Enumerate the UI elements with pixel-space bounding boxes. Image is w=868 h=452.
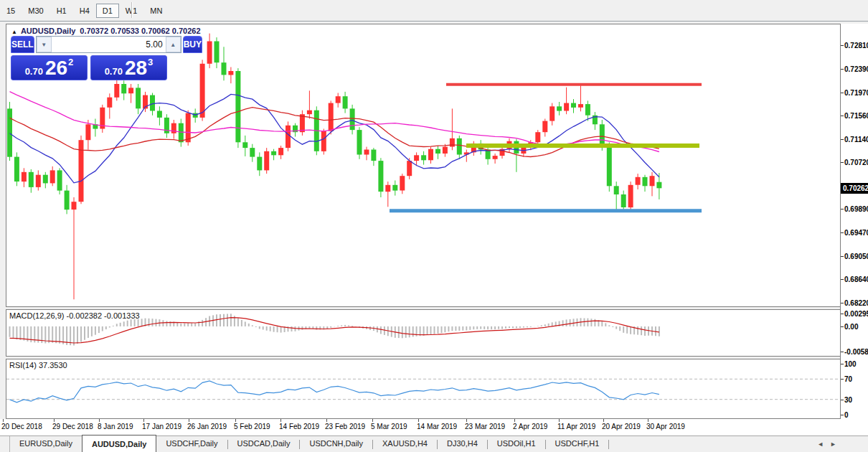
- time-axis-tick: [235, 419, 236, 422]
- time-axis-label: 8 Jan 2019: [98, 423, 133, 430]
- axis-label: 0.00: [844, 323, 858, 331]
- axis-label: 0.69050: [844, 253, 868, 260]
- timeframe-button-h1[interactable]: H1: [50, 4, 73, 18]
- axis-tick: [841, 400, 844, 400]
- timeframe-button-m30[interactable]: M30: [22, 4, 49, 18]
- time-axis-tick: [559, 419, 560, 422]
- buy-price-pips: 28: [125, 59, 147, 78]
- time-axis-label: 14 Feb 2019: [279, 423, 319, 430]
- axis-tick: [841, 45, 844, 46]
- volume-input[interactable]: [52, 37, 166, 52]
- time-axis-tick: [189, 419, 189, 422]
- time-axis-label: 11 Apr 2019: [557, 423, 595, 430]
- buy-price-display[interactable]: 0.70283: [90, 55, 167, 80]
- timeframe-button-mn[interactable]: MN: [143, 4, 169, 18]
- volume-increase-button[interactable]: ▲: [166, 37, 181, 52]
- axis-tick: [841, 303, 844, 303]
- current-price-tag: 0.70262: [841, 183, 868, 194]
- volume-stepper: ▼ ▲: [36, 36, 181, 53]
- time-axis-label: 30 Apr 2019: [646, 423, 685, 430]
- tab-usdcad-daily[interactable]: USDCAD,Daily: [228, 436, 300, 452]
- buy-price-base: 0.70: [105, 65, 123, 79]
- axis-label: 0.71970: [844, 89, 868, 97]
- time-axis-tick: [326, 419, 327, 422]
- symbol-ohlc-values: 0.70372 0.70533 0.70062 0.70262: [80, 27, 200, 35]
- time-axis-label: 20 Dec 2018: [1, 423, 42, 430]
- mt4-window: 15M30H1H4D1W1MN ▲AUDUSD,Daily0.70372 0.7…: [0, 0, 868, 452]
- sell-price-base: 0.70: [25, 65, 43, 79]
- axis-tick: [841, 116, 844, 116]
- sell-price-display[interactable]: 0.70262: [11, 55, 88, 80]
- axis-tick: [841, 69, 844, 70]
- axis-label: 0.70720: [844, 159, 868, 166]
- time-axis[interactable]: 20 Dec 201829 Dec 20188 Jan 201917 Jan 2…: [0, 419, 868, 435]
- time-axis-label: 26 Jan 2019: [187, 423, 227, 430]
- tab-eurusd-daily[interactable]: EURUSD,Daily: [10, 436, 82, 452]
- timeframe-buttons: 15M30H1H4D1W1MN: [0, 1, 169, 20]
- time-axis-label: 5 Feb 2019: [234, 423, 270, 430]
- tab-xauusd-h4[interactable]: XAUUSD,H4: [373, 436, 437, 452]
- axis-label: 0.72390: [844, 65, 868, 73]
- time-axis-tick: [99, 419, 100, 422]
- time-axis-tick: [280, 419, 281, 422]
- axis-tick: [841, 364, 844, 364]
- axis-tick: [841, 209, 844, 209]
- axis-label: 0.68220: [844, 299, 868, 307]
- time-axis-label: 20 Apr 2019: [602, 423, 641, 430]
- chart-tab-bar: EURUSD,DailyAUDUSD,DailyUSDCHF,DailyUSDC…: [0, 435, 868, 452]
- one-click-trading-panel: SELL ▼ ▲ BUY 0.70262 0.70283: [11, 36, 167, 80]
- time-axis-tick: [648, 419, 648, 422]
- time-axis-tick: [372, 419, 373, 422]
- axis-label: -0.00582: [844, 348, 868, 356]
- time-axis-tick: [603, 419, 604, 422]
- axis-tick: [841, 314, 844, 314]
- axis-label: 0: [844, 411, 849, 419]
- rsi-chart[interactable]: [6, 359, 840, 418]
- buy-price-pipette: 3: [148, 57, 153, 67]
- volume-decrease-button[interactable]: ▼: [37, 37, 52, 52]
- timeframe-button-d1[interactable]: D1: [96, 4, 119, 18]
- macd-subwindow: MACD(12,26,9) -0.002382 -0.001333: [6, 309, 841, 357]
- axis-tick: [841, 352, 844, 352]
- tab-usdchf-daily[interactable]: USDCHF,Daily: [156, 436, 227, 452]
- tab-scroll-left-icon[interactable]: ◄: [817, 441, 824, 448]
- tab-usdchf-h1[interactable]: USDCHF,H1: [546, 436, 609, 452]
- axis-label: 30: [844, 396, 852, 404]
- symbol-title: AUDUSD,Daily: [21, 27, 75, 35]
- axis-tick: [841, 256, 844, 257]
- tab-stub: [0, 436, 10, 452]
- price-axis[interactable]: 0.70262 0.728100.723900.719700.715600.71…: [840, 24, 868, 419]
- axis-tick: [841, 379, 844, 380]
- axis-label: 0.72810: [844, 42, 868, 50]
- tab-usdcnh-daily[interactable]: USDCNH,Daily: [300, 436, 372, 452]
- tab-dj30-h4[interactable]: DJ30,H4: [438, 436, 487, 452]
- timeframe-button-h4[interactable]: H4: [73, 4, 96, 18]
- main-chart-panel: ▲AUDUSD,Daily0.70372 0.70533 0.70062 0.7…: [6, 24, 841, 307]
- buy-button[interactable]: BUY: [183, 36, 202, 53]
- toolbar-separator: [131, 2, 133, 18]
- tab-scroll-arrows: ◄ ►: [817, 441, 836, 448]
- symbol-header: ▲AUDUSD,Daily0.70372 0.70533 0.70062 0.7…: [11, 27, 201, 35]
- axis-label: 0.69890: [844, 205, 868, 213]
- timeframe-toolbar: 15M30H1H4D1W1MN: [0, 0, 868, 22]
- time-axis-label: 29 Dec 2018: [52, 423, 93, 430]
- collapse-arrow-icon[interactable]: ▲: [11, 29, 17, 35]
- tab-audusd-daily[interactable]: AUDUSD,Daily: [82, 435, 156, 452]
- axis-tick: [841, 93, 844, 93]
- time-axis-tick: [418, 419, 419, 422]
- axis-label: 0.002957: [844, 310, 868, 318]
- tab-usdoil-h1[interactable]: USDOil,H1: [488, 436, 545, 452]
- time-axis-tick: [466, 419, 467, 422]
- axis-label: 0.71560: [844, 112, 868, 120]
- time-axis-label: 23 Mar 2019: [465, 423, 505, 430]
- rsi-subwindow: RSI(14) 37.3530: [6, 359, 841, 419]
- axis-label: 0.71140: [844, 136, 868, 143]
- timeframe-button-15[interactable]: 15: [0, 4, 22, 18]
- axis-tick: [841, 415, 844, 415]
- time-axis-label: 14 Mar 2019: [417, 423, 457, 430]
- time-axis-tick: [143, 419, 144, 422]
- axis-label: 70: [844, 375, 852, 383]
- time-axis-label: 2 Apr 2019: [513, 423, 547, 430]
- sell-button[interactable]: SELL: [11, 36, 34, 53]
- tab-scroll-right-icon[interactable]: ►: [830, 441, 836, 448]
